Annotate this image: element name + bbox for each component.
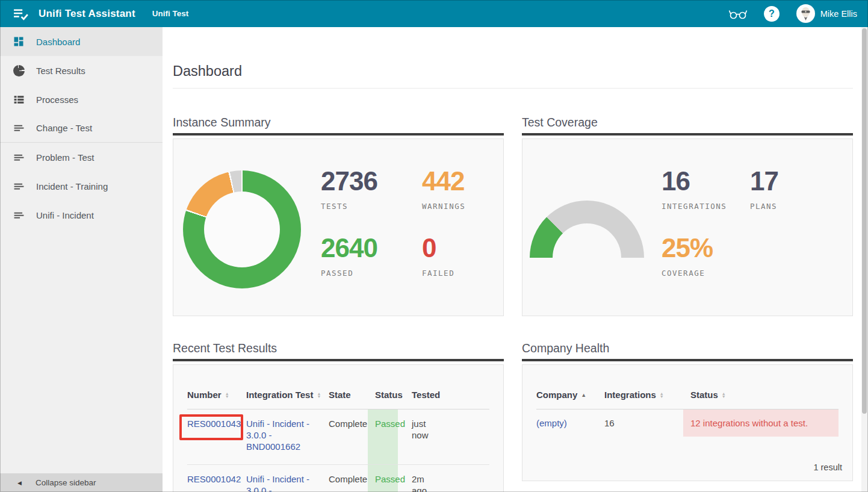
top-app-bar: Unifi Test Assistant Unifi Test ? Mike E… — [0, 0, 868, 27]
sidebar-item-change-test[interactable]: Change - Test — [0, 114, 163, 143]
sidebar-item-label: Dashboard — [36, 37, 80, 47]
sidebar-item-processes[interactable]: Processes — [0, 85, 163, 114]
scrollbar-thumb[interactable] — [862, 28, 867, 414]
instance-summary-title: Instance Summary — [173, 115, 504, 129]
recent-test-results-section: Recent Test Results Number ▲▼ Integratio… — [173, 341, 504, 492]
tested-cell: 2m ago — [403, 465, 489, 492]
sort-icon: ▲▼ — [660, 392, 664, 398]
column-header-state[interactable]: State — [329, 390, 368, 400]
collapse-arrow-icon: ◀ — [17, 480, 22, 486]
integrations-cell: 16 — [604, 409, 683, 437]
dashboard-icon — [11, 34, 26, 49]
sidebar-item-label: Unifi - Incident — [36, 210, 94, 220]
glasses-icon[interactable] — [728, 6, 748, 22]
column-header-status[interactable]: Status ▲▼ — [683, 390, 839, 400]
notes-icon — [11, 150, 26, 164]
vertical-scrollbar — [861, 27, 868, 492]
section-underline — [173, 133, 504, 135]
result-number-link[interactable]: RES0001043 — [187, 419, 241, 429]
result-count: 1 result — [813, 462, 842, 472]
table-row: (empty) 16 12 integrations without a tes… — [536, 409, 839, 437]
instance-summary-donut-chart — [183, 170, 301, 288]
company-link[interactable]: (empty) — [536, 417, 567, 429]
test-coverage-card: 16 INTEGRATIONS 17 PLANS 25% COVERAGE — [522, 139, 853, 316]
column-header-status[interactable]: Status — [368, 390, 403, 400]
stat-failed: 0 FAILED — [422, 234, 465, 278]
sidebar-item-label: Problem - Test — [36, 152, 94, 163]
state-cell: Complete — [329, 465, 368, 492]
health-status-cell: 12 integrations without a test. — [683, 409, 839, 437]
result-number-link[interactable]: RES0001042 — [187, 474, 241, 484]
instance-summary-card: 2736 TESTS 442 WARNINGS 2640 PASSED 0 FA… — [173, 139, 504, 316]
stat-passed: 2640 PASSED — [321, 234, 422, 278]
section-underline — [522, 359, 853, 361]
status-cell: Passed — [368, 409, 398, 464]
stat-warnings: 442 WARNINGS — [422, 167, 465, 211]
notes-icon — [11, 179, 26, 193]
page-title: Dashboard — [173, 62, 862, 80]
sidebar-item-incident-training[interactable]: Incident - Training — [0, 172, 163, 201]
main-content: Dashboard Instance Summary 2736 TESTS 44… — [163, 27, 862, 492]
sidebar-item-unifi-incident[interactable]: Unifi - Incident — [0, 201, 163, 229]
table-row: RES0001043 Unifi - Incident - 3.0.0 - BN… — [187, 409, 489, 465]
instance-name: Unifi Test — [152, 9, 189, 18]
sidebar-item-label: Test Results — [36, 66, 85, 76]
section-underline — [173, 359, 504, 361]
user-avatar[interactable] — [796, 4, 815, 23]
collapse-sidebar-button[interactable]: ◀ Collapse sidebar — [0, 473, 163, 492]
sidebar-item-problem-test[interactable]: Problem - Test — [0, 143, 163, 172]
sidebar-item-label: Change - Test — [36, 123, 92, 133]
coverage-gauge-chart — [530, 201, 644, 258]
sidebar-item-label: Incident - Training — [36, 181, 108, 192]
column-header-number[interactable]: Number ▲▼ — [187, 390, 246, 400]
sort-icon: ▲▼ — [722, 392, 726, 398]
sort-icon: ▲▼ — [317, 392, 321, 398]
notes-icon — [11, 208, 26, 222]
sort-icon: ▲▼ — [225, 392, 229, 398]
section-underline — [522, 133, 853, 135]
test-coverage-section: Test Coverage 16 INTEGRATIONS 17 PLANS — [522, 115, 853, 316]
sort-ascending-icon: ▲ — [581, 392, 586, 398]
results-table-header: Number ▲▼ Integration Test ▲▼ State Stat… — [187, 381, 489, 409]
company-health-title: Company Health — [522, 341, 853, 355]
app-title: Unifi Test Assistant — [39, 8, 135, 20]
title-divider — [173, 88, 853, 89]
sidebar-item-test-results[interactable]: Test Results — [0, 56, 163, 85]
stat-coverage: 25% COVERAGE — [662, 234, 750, 278]
health-table-header: Company ▲ Integrations ▲▼ Status ▲▼ — [536, 381, 839, 409]
company-health-card: Company ▲ Integrations ▲▼ Status ▲▼ — [522, 364, 853, 481]
test-coverage-title: Test Coverage — [522, 115, 853, 129]
column-header-integrations[interactable]: Integrations ▲▼ — [604, 390, 683, 400]
pie-chart-icon — [11, 63, 26, 78]
collapse-sidebar-label: Collapse sidebar — [36, 478, 96, 487]
company-health-section: Company Health Company ▲ Integrations ▲▼ — [522, 341, 853, 481]
recent-test-results-title: Recent Test Results — [173, 341, 504, 355]
status-cell: Passed — [368, 465, 398, 492]
tested-cell: just now — [403, 409, 489, 464]
notes-icon — [11, 121, 26, 135]
table-row: RES0001042 Unifi - Incident - 3.0.0 - Co… — [187, 465, 489, 492]
state-cell: Complete — [329, 409, 368, 464]
playlist-check-menu-icon[interactable] — [12, 6, 30, 22]
sidebar-item-label: Processes — [36, 95, 78, 105]
integration-test-link[interactable]: Unifi - Incident - 3.0.0 - — [246, 474, 309, 492]
user-name: Mike Ellis — [820, 9, 857, 19]
sidebar-item-dashboard[interactable]: Dashboard — [0, 27, 163, 56]
recent-test-results-card: Number ▲▼ Integration Test ▲▼ State Stat… — [173, 364, 504, 492]
sidebar: Dashboard Test Results Processes Change … — [0, 27, 163, 492]
stat-integrations: 16 INTEGRATIONS — [662, 167, 750, 211]
list-icon — [11, 92, 26, 107]
help-icon[interactable]: ? — [764, 6, 780, 22]
stat-plans: 17 PLANS — [750, 167, 778, 211]
integration-test-link[interactable]: Unifi - Incident - 3.0.0 - BND0001662 — [246, 419, 309, 452]
column-header-tested[interactable]: Tested — [403, 390, 489, 400]
stat-tests: 2736 TESTS — [321, 167, 422, 211]
column-header-company[interactable]: Company ▲ — [536, 390, 604, 400]
column-header-integration-test[interactable]: Integration Test ▲▼ — [246, 390, 329, 400]
instance-summary-section: Instance Summary 2736 TESTS 442 WARNINGS… — [173, 115, 504, 316]
